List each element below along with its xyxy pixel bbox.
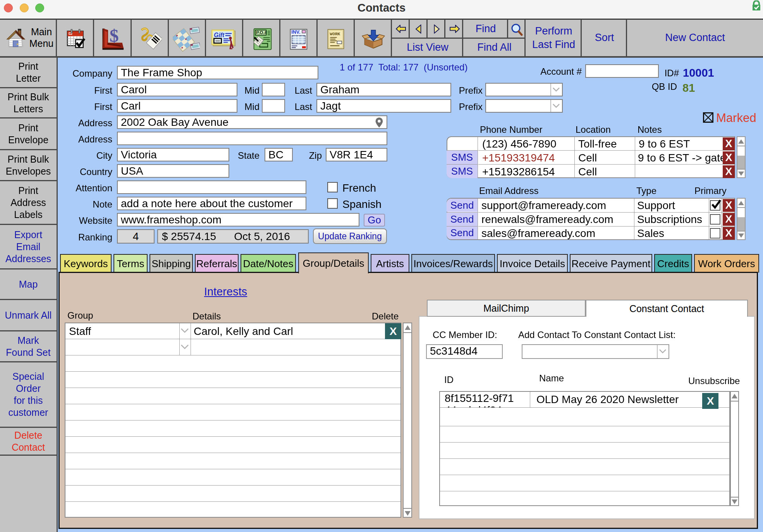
svg-text:$: $: [110, 27, 119, 46]
svg-text:Gift: Gift: [214, 32, 225, 38]
svg-text:P.O.#: P.O.#: [256, 30, 267, 35]
svg-text:WORK: WORK: [330, 32, 340, 36]
svg-text:INV.: INV.: [291, 29, 300, 35]
